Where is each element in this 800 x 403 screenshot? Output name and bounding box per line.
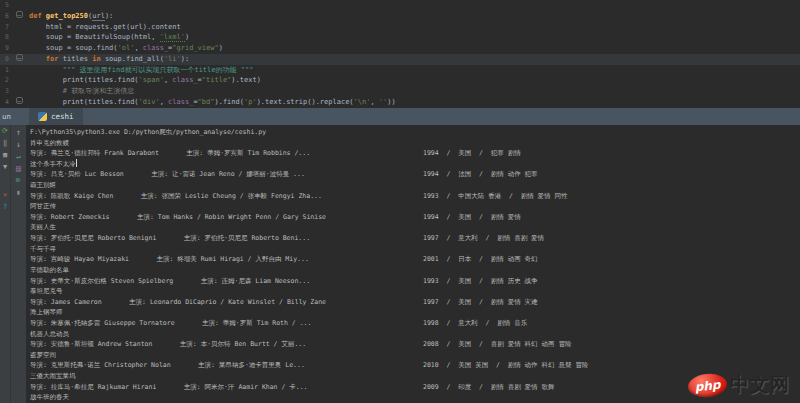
fold-gutter	[9, 65, 29, 76]
line-number: 7	[0, 22, 9, 33]
console-line: 三傻大闹宝莱坞	[30, 371, 800, 382]
console-line: 辛德勒的名单	[30, 265, 800, 276]
scroll-end-icon[interactable]: ⇟	[16, 188, 21, 197]
watermark-text: 中文网	[730, 372, 790, 398]
console-line-meta: 1997 / 意大利 / 剧情 喜剧 爱情	[423, 233, 544, 244]
console-line: 导演: 安德鲁·斯坦顿 Andrew Stanton 主演: 本·贝尔特 Ben…	[30, 339, 800, 350]
code-text: # 获取导演和主演信息	[29, 86, 134, 97]
console-output[interactable]: F:\Python35\python3.exe D:/python爬虫/pyth…	[30, 127, 800, 403]
console-line-meta: 2009 / 印度 / 剧情 喜剧 爱情 歌舞	[423, 382, 555, 393]
run-tab-ceshi[interactable]: ceshi	[29, 108, 83, 125]
console-line-meta: 1997 / 美国 / 剧情 爱情 灾难	[423, 297, 538, 308]
clear-all-icon[interactable]: ⌦	[16, 176, 21, 185]
console-line: 导演: James Cameron 主演: Leonardo DiCaprio …	[30, 297, 800, 308]
fold-gutter	[9, 75, 29, 86]
code-line[interactable]: 8 soup = BeautifulSoup(html, 'lxml')	[0, 32, 800, 43]
console-line: 导演: 宫崎骏 Hayao Miyazaki 主演: 柊瑠美 Rumi Hira…	[30, 254, 800, 265]
console-line-text: 阿甘正传	[30, 202, 56, 210]
line-number: 1	[0, 65, 9, 76]
close-icon[interactable]: ✕	[3, 191, 7, 200]
console-line-text: 导演: 史蒂文·斯皮尔伯格 Steven Spielberg 主演: 连姆·尼森…	[30, 277, 310, 285]
fold-marker-icon[interactable]: –	[9, 97, 29, 108]
console-line-meta: 1994 / 美国 / 犯罪 剧情	[423, 148, 521, 159]
console-line-text: 导演: 宫崎骏 Hayao Miyazaki 主演: 柊瑠美 Rumi Hira…	[30, 255, 309, 263]
console-line: 肖申克的救赎	[30, 138, 800, 149]
rerun-icon[interactable]: ⟳	[2, 127, 8, 136]
console-line: 这个杀手不太冷	[30, 159, 800, 170]
console-line-text: 海上钢琴师	[30, 308, 63, 316]
fold-marker-icon[interactable]: –	[9, 54, 29, 65]
code-text: print(titles.find('div', class_="bd").fi…	[29, 97, 396, 108]
console-line-meta: 2008 / 美国 / 喜剧 爱情 科幻 动画 冒险	[423, 339, 571, 350]
console-line: 泰坦尼克号	[30, 286, 800, 297]
console-line-text: 导演: 吕克·贝松 Luc Besson 主演: 让·雷诺 Jean Reno …	[30, 170, 305, 178]
line-number: 6	[0, 11, 9, 22]
help-icon[interactable]: ?	[3, 203, 7, 212]
console-line-text: 美丽人生	[30, 223, 56, 231]
fold-gutter	[9, 43, 29, 54]
console-line: 霸王别姬	[30, 180, 800, 191]
code-line[interactable]: 9 soup = soup.find('ol', class_="grid_vi…	[0, 43, 800, 54]
console-line: 海上钢琴师	[30, 307, 800, 318]
console-line-meta: 1994 / 法国 / 剧情 动作 犯罪	[423, 169, 538, 180]
console-line-meta: 1993 / 中国大陆 香港 / 剧情 爱情 同性	[423, 191, 568, 202]
fold-marker-icon[interactable]: –	[9, 11, 29, 22]
run-window-title: un	[2, 112, 11, 121]
php-logo-icon: php	[687, 372, 728, 399]
run-tab-label: ceshi	[51, 112, 74, 121]
line-number: 4	[0, 97, 9, 108]
line-number: 9	[0, 43, 9, 54]
code-line[interactable]: 5	[0, 0, 800, 11]
run-main-toolbar: ⟳‖▦▼✕?	[0, 125, 10, 403]
console-line: 导演: 吕克·贝松 Luc Besson 主演: 让·雷诺 Jean Reno …	[30, 169, 800, 180]
hide-window-icon[interactable]: ▼	[3, 163, 7, 172]
console-line-meta: 2010 / 美国 英国 / 剧情 动作 科幻 悬疑 冒险	[423, 360, 588, 371]
code-line[interactable]: 7 html = requests.get(url).content	[0, 22, 800, 33]
code-text: def get_top250(url):	[29, 11, 113, 22]
console-line: 机器人总动员	[30, 329, 800, 340]
soft-wrap-icon[interactable]: ↵	[16, 152, 21, 161]
text-caret	[76, 159, 77, 167]
code-line[interactable]: 0– for titles in soup.find_all('li'):	[0, 54, 800, 65]
line-number: 0	[0, 54, 9, 65]
console-line: 导演: 朱塞佩·托纳多雷 Giuseppe Tornatore 主演: 蒂姆·罗…	[30, 318, 800, 329]
code-line[interactable]: 4– print(titles.find('div', class_="bd")…	[0, 97, 800, 108]
console-line: F:\Python35\python3.exe D:/python爬虫/pyth…	[30, 127, 800, 138]
code-line[interactable]: 3 # 获取导演和主演信息	[0, 86, 800, 97]
code-text: soup = BeautifulSoup(html, 'lxml')	[29, 32, 189, 43]
console-line-text: 肖申克的救赎	[30, 139, 69, 147]
code-editor[interactable]: 56–def get_top250(url):7 html = requests…	[0, 0, 800, 108]
console-line: 导演: 弗兰克·德拉邦特 Frank Darabont 主演: 蒂姆·罗宾斯 T…	[30, 148, 800, 159]
console-line: 导演: 陈凯歌 Kaige Chen 主演: 张国荣 Leslie Cheung…	[30, 191, 800, 202]
fold-gutter	[9, 22, 29, 33]
code-line[interactable]: 1 """ 这里使用find就可以实现只获取一个title的功能 """	[0, 65, 800, 76]
restore-layout-icon[interactable]: ▦	[3, 151, 7, 160]
code-line[interactable]: 2 print(titles.find('span', class_="titl…	[0, 75, 800, 86]
console-side-toolbar: ↑↓↵▤⌦⇟	[10, 125, 27, 403]
stop-icon[interactable]: ‖	[3, 139, 7, 148]
console-line: 放牛班的春天	[30, 392, 800, 403]
fold-gutter	[9, 0, 29, 11]
console-line-text: 盗梦空间	[30, 351, 56, 359]
print-icon[interactable]: ▤	[16, 164, 21, 173]
line-number: 5	[0, 0, 9, 11]
console-line: 导演: 罗伯托·贝尼尼 Roberto Benigni 主演: 罗伯托·贝尼尼 …	[30, 233, 800, 244]
code-line[interactable]: 6–def get_top250(url):	[0, 11, 800, 22]
code-lines: 56–def get_top250(url):7 html = requests…	[0, 0, 800, 108]
run-tool-window-header: un ceshi	[0, 108, 800, 125]
console-line-text: 霸王别姬	[30, 181, 56, 189]
console-line-text: 辛德勒的名单	[30, 266, 69, 274]
console-line-text: 导演: 陈凯歌 Kaige Chen 主演: 张国荣 Leslie Cheung…	[30, 192, 322, 200]
up-stack-trace-icon[interactable]: ↑	[16, 128, 21, 137]
console-line-text: 导演: 安德鲁·斯坦顿 Andrew Stanton 主演: 本·贝尔特 Ben…	[30, 340, 306, 348]
console-line-meta: 1994 / 美国 / 剧情 爱情	[423, 212, 521, 223]
console-line-text: 导演: 罗伯托·贝尼尼 Roberto Benigni 主演: 罗伯托·贝尼尼 …	[30, 234, 310, 242]
php-cn-watermark: php 中文网	[688, 372, 790, 398]
down-stack-trace-icon[interactable]: ↓	[16, 140, 21, 149]
console-line-text: 千与千寻	[30, 245, 56, 253]
console-line-meta: 2001 / 日本 / 剧情 动画 奇幻	[423, 254, 538, 265]
line-number: 3	[0, 86, 9, 97]
code-text: soup = soup.find('ol', class_="grid_view…	[29, 43, 223, 54]
console-line: 盗梦空间	[30, 350, 800, 361]
console-line-text: F:\Python35\python3.exe D:/python爬虫/pyth…	[30, 128, 266, 136]
